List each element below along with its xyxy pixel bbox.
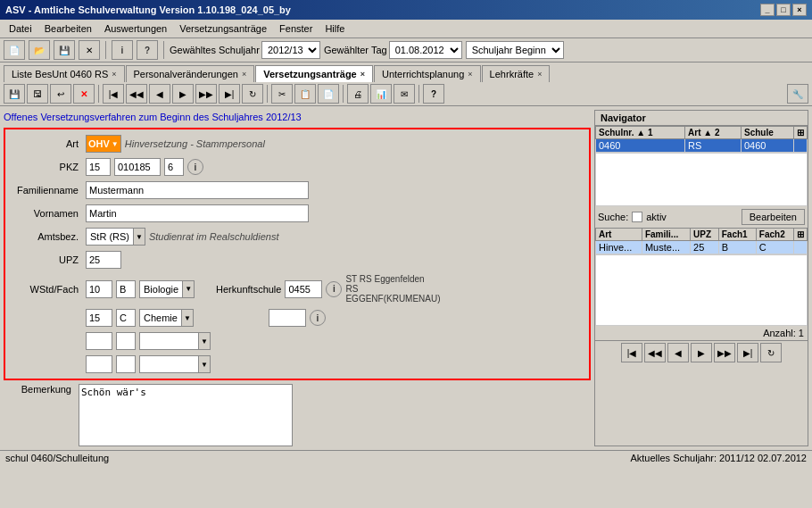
nav-bearbeiten-button[interactable]: Bearbeiten [742, 209, 805, 225]
tb2-next2[interactable]: ▶▶ [195, 84, 217, 104]
nav-prev-btn[interactable]: ◀ [667, 343, 689, 362]
nav-row-1[interactable]: 0460 RS 0460 [596, 139, 808, 153]
herkunftschule-input-2[interactable] [269, 309, 306, 327]
tab-unterrichtsplanung-close[interactable]: × [468, 70, 472, 79]
tb2-next[interactable]: ▶ [172, 84, 194, 104]
fach4-arrow[interactable]: ▼ [198, 356, 210, 372]
tb2-paste[interactable]: 📄 [318, 84, 339, 104]
menu-auswertungen[interactable]: Auswertungen [99, 21, 172, 36]
menu-bearbeiten[interactable]: Bearbeiten [39, 21, 97, 36]
tb2-prev2[interactable]: ◀◀ [126, 84, 147, 104]
save-button[interactable]: 💾 [54, 40, 75, 60]
info-button[interactable]: i [112, 40, 133, 60]
tb2-btn1[interactable]: 💾 [4, 84, 25, 104]
amtsbez-combo-arrow[interactable]: ▼ [133, 229, 145, 245]
tab-unterrichtsplanung[interactable]: Unterrichtsplanung × [374, 65, 481, 82]
nav-next2-btn[interactable]: ▶▶ [714, 343, 735, 362]
fach-code-input-4[interactable] [116, 355, 136, 373]
nav-res-col-export[interactable]: ⊞ [794, 229, 808, 241]
content-panel: Offenes Versetzungsverfahren zum Beginn … [4, 110, 591, 446]
herkunftschule-label: Herkunftschule [216, 284, 281, 295]
tb2-last[interactable]: ▶| [219, 84, 240, 104]
nav-col-export[interactable]: ⊞ [794, 127, 808, 139]
close-button[interactable]: × [792, 4, 807, 16]
nav-res-scroll-1 [794, 241, 808, 254]
tab-liste-besunt-close[interactable]: × [112, 70, 116, 79]
fach-code-input-1[interactable] [116, 280, 136, 298]
tb2-extra[interactable]: 🔧 [787, 84, 808, 104]
fach-name-1: Biologie [140, 284, 182, 295]
tb2-print[interactable]: 🖨 [347, 84, 369, 104]
tab-versetzungsantraege[interactable]: Versetzungsanträge × [255, 65, 373, 82]
help-button[interactable]: ? [137, 40, 158, 60]
schuljahr-select[interactable]: 2012/13 [261, 41, 320, 59]
tab-lehrkraefte[interactable]: Lehrkräfte × [482, 65, 551, 82]
pkz-row: PKZ i [11, 158, 584, 176]
menu-hilfe[interactable]: Hilfe [319, 21, 350, 36]
maximize-button[interactable]: □ [776, 4, 791, 16]
tab-personalveraenderungen[interactable]: Personalveränderungen × [126, 65, 255, 82]
tb2-mail[interactable]: ✉ [394, 84, 415, 104]
herkunftschule-info-button-2[interactable]: i [310, 310, 326, 326]
tb2-cut[interactable]: ✂ [271, 84, 293, 104]
herkunftschule-input[interactable] [285, 280, 322, 298]
art-label: Art [11, 138, 82, 149]
vornamen-input[interactable] [86, 204, 309, 222]
open-button[interactable]: 📂 [29, 40, 50, 60]
tb2-copy[interactable]: 📋 [294, 84, 316, 104]
pkz-field2[interactable] [114, 158, 161, 176]
nav-aktiv-checkbox[interactable] [632, 212, 642, 222]
tb2-first[interactable]: |◀ [103, 84, 124, 104]
pkz-label: PKZ [11, 162, 82, 172]
fach3-arrow[interactable]: ▼ [198, 333, 210, 349]
tb2-close[interactable]: ✕ [73, 84, 95, 104]
bemerkung-label: Bemerkung [4, 384, 75, 395]
tab-versetzungsantraege-close[interactable]: × [360, 70, 365, 79]
fach2-arrow[interactable]: ▼ [181, 310, 193, 326]
herkunftschule-info-button[interactable]: i [326, 281, 342, 297]
pkz-field3[interactable] [164, 158, 184, 176]
upz-input[interactable] [86, 251, 121, 269]
pkz-field1[interactable] [86, 158, 111, 176]
nav-res-upz-1: 25 [691, 241, 719, 254]
fach1-arrow[interactable]: ▼ [182, 281, 194, 297]
familienname-input[interactable] [86, 181, 309, 199]
nav-last-btn[interactable]: ▶| [737, 343, 758, 362]
bemerkung-textarea[interactable]: Schön wär's [79, 384, 293, 446]
minimize-button[interactable]: _ [760, 4, 775, 16]
menu-datei[interactable]: Datei [4, 21, 37, 36]
nav-first-btn[interactable]: |◀ [621, 343, 642, 362]
window-controls[interactable]: _ □ × [760, 4, 807, 16]
wstd-input-2[interactable] [86, 309, 112, 327]
nav-prev2-btn[interactable]: ◀◀ [644, 343, 666, 362]
fach-code-input-2[interactable] [116, 309, 136, 327]
new-button[interactable]: 📄 [4, 40, 25, 60]
nav-res-row-1[interactable]: Hinve... Muste... 25 B C [596, 241, 808, 254]
nav-next-btn[interactable]: ▶ [691, 343, 712, 362]
tb2-refresh[interactable]: ↻ [242, 84, 263, 104]
tab-lehrkraefte-close[interactable]: × [537, 70, 542, 79]
tb2-prev[interactable]: ◀ [149, 84, 170, 104]
wstd-input-3[interactable] [86, 332, 112, 350]
wstd-input-1[interactable] [86, 280, 112, 298]
tab-personalveraenderungen-close[interactable]: × [242, 70, 246, 79]
fach-code-input-3[interactable] [116, 332, 136, 350]
schuljahr-beginn-select[interactable]: Schuljahr Beginn [466, 41, 564, 59]
amtsbez-value: StR (RS) [87, 231, 133, 242]
tb2-undo[interactable]: ↩ [50, 84, 71, 104]
pkz-info-button[interactable]: i [187, 159, 203, 175]
close-file-button[interactable]: ✕ [79, 40, 100, 60]
tab-liste-besunt-label: Liste BesUnt 0460 RS [12, 69, 108, 79]
tb2-help2[interactable]: ? [423, 84, 444, 104]
art-combo[interactable]: OHV ▼ [86, 135, 121, 153]
tab-liste-besunt[interactable]: Liste BesUnt 0460 RS × [4, 65, 125, 82]
vornamen-row: Vornamen [11, 204, 584, 222]
tb2-btn2[interactable]: 🖫 [27, 84, 48, 104]
sep4 [267, 85, 268, 103]
menu-fenster[interactable]: Fenster [274, 21, 318, 36]
menu-versetzungsantraege[interactable]: Versetzungsanträge [174, 21, 272, 36]
tb2-export[interactable]: 📊 [370, 84, 392, 104]
tag-select[interactable]: 01.08.2012 [389, 41, 462, 59]
nav-refresh-btn[interactable]: ↻ [760, 343, 782, 362]
wstd-input-4[interactable] [86, 355, 112, 373]
